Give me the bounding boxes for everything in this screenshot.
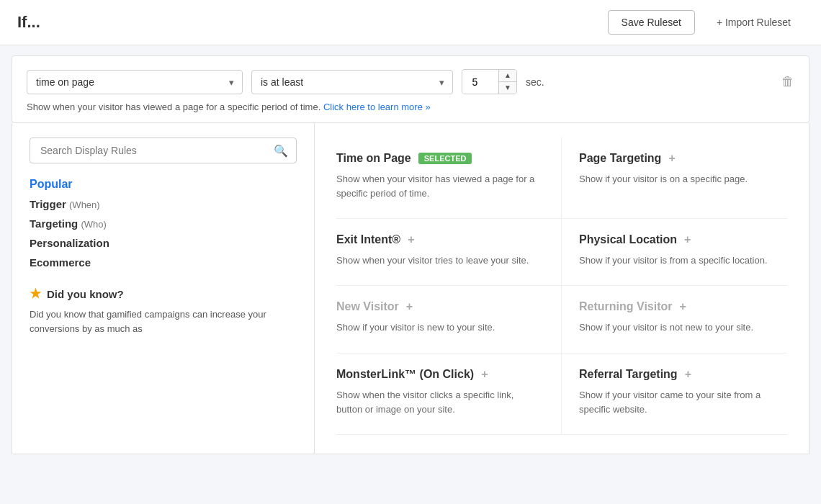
rule-card-header: Physical Location +: [579, 233, 787, 246]
popular-label: Popular: [30, 178, 297, 191]
rule-card: MonsterLink™ (On Click) + Show when the …: [336, 354, 562, 435]
rule-card-title: New Visitor: [336, 300, 399, 313]
rule-hint: Show when your visitor has viewed a page…: [27, 102, 794, 112]
sidebar-popular-section: Popular Trigger (When) Targeting (Who) P…: [30, 178, 297, 269]
dyk-text: Did you know that gamified campaigns can…: [30, 307, 297, 336]
rule-card-title: Exit Intent®: [336, 233, 400, 246]
rule-card-desc: Show when your visitor tries to leave yo…: [336, 253, 538, 268]
rule-card-header: MonsterLink™ (On Click) +: [336, 368, 538, 381]
sidebar: 🔍 Popular Trigger (When) Targeting (Who)…: [12, 123, 315, 454]
rule-row-container: time on page scroll depth exit intent cl…: [12, 55, 809, 123]
rule-card-title: Returning Visitor: [579, 300, 673, 313]
add-rule-icon[interactable]: +: [481, 368, 488, 381]
delete-rule-icon[interactable]: 🗑: [781, 74, 794, 89]
rule-card-header: Page Targeting +: [579, 152, 787, 165]
star-icon: ★: [30, 286, 41, 302]
rule-card-desc: Show if your visitor is from a specific …: [579, 253, 787, 268]
header-actions: Save Ruleset + Import Ruleset: [608, 10, 804, 35]
rule-card-title: Time on Page: [336, 152, 411, 165]
stepper-up[interactable]: ▲: [498, 70, 516, 82]
page-title: If...: [17, 13, 40, 32]
rule-card-title: Physical Location: [579, 233, 677, 246]
rule-card: Physical Location + Show if your visitor…: [562, 219, 787, 286]
rule-row: time on page scroll depth exit intent cl…: [27, 69, 794, 94]
rule-card-desc: Show if your visitor is on a specific pa…: [579, 172, 787, 186]
rule-card: Time on Page SELECTED Show when your vis…: [336, 138, 562, 219]
rule-card-desc: Show when the visitor clicks a specific …: [336, 388, 538, 417]
import-ruleset-button[interactable]: + Import Ruleset: [704, 10, 804, 35]
number-input[interactable]: [462, 71, 498, 94]
search-input[interactable]: [30, 138, 297, 163]
sidebar-item-ecommerce[interactable]: Ecommerce: [30, 256, 297, 269]
add-rule-icon[interactable]: +: [685, 368, 691, 381]
condition-dropdown[interactable]: time on page scroll depth exit intent cl…: [27, 70, 243, 94]
sidebar-item-personalization[interactable]: Personalization: [30, 237, 297, 249]
operator-dropdown[interactable]: is at least is less than is exactly: [251, 70, 453, 94]
save-ruleset-button[interactable]: Save Ruleset: [608, 10, 695, 35]
learn-more-link[interactable]: Click here to learn more »: [323, 102, 431, 112]
search-wrap: 🔍: [30, 138, 297, 163]
rule-card-header: Returning Visitor +: [579, 300, 787, 313]
sidebar-item-targeting[interactable]: Targeting (Who): [30, 217, 297, 230]
rule-card-desc: Show if your visitor is new to your site…: [336, 320, 538, 335]
rule-card-desc: Show if your visitor came to your site f…: [579, 388, 787, 417]
rule-card-header: Exit Intent® +: [336, 233, 538, 246]
rule-card-title: Page Targeting: [579, 152, 661, 165]
number-input-wrap: ▲ ▼: [462, 69, 517, 94]
rules-grid: Time on Page SELECTED Show when your vis…: [336, 138, 787, 435]
rule-card: Referral Targeting + Show if your visito…: [562, 354, 787, 435]
rule-card-desc: Show if your visitor is not new to your …: [579, 320, 787, 335]
rule-card-header: New Visitor +: [336, 300, 538, 313]
stepper: ▲ ▼: [498, 70, 516, 94]
top-bar: If... Save Ruleset + Import Ruleset: [0, 0, 821, 45]
sidebar-item-trigger[interactable]: Trigger (When): [30, 198, 297, 210]
rule-card-title: Referral Targeting: [579, 368, 678, 381]
stepper-down[interactable]: ▼: [498, 82, 516, 94]
add-rule-icon[interactable]: +: [680, 300, 686, 313]
operator-dropdown-wrap: is at least is less than is exactly: [251, 70, 453, 94]
add-rule-icon[interactable]: +: [408, 233, 414, 246]
rule-card-header: Referral Targeting +: [579, 368, 787, 381]
rule-card-title: MonsterLink™ (On Click): [336, 368, 474, 381]
did-you-know-section: ★ Did you know? Did you know that gamifi…: [30, 286, 297, 336]
add-rule-icon[interactable]: +: [684, 233, 691, 246]
unit-label: sec.: [526, 76, 544, 88]
rule-card: Exit Intent® + Show when your visitor tr…: [336, 219, 562, 286]
dyk-header: ★ Did you know?: [30, 286, 297, 302]
selected-badge: SELECTED: [418, 153, 472, 164]
content-panel: Time on Page SELECTED Show when your vis…: [315, 123, 809, 454]
rule-card: New Visitor + Show if your visitor is ne…: [336, 286, 562, 353]
rule-card-desc: Show when your visitor has viewed a page…: [336, 172, 538, 201]
add-rule-icon[interactable]: +: [406, 300, 413, 313]
main-body: 🔍 Popular Trigger (When) Targeting (Who)…: [12, 123, 809, 454]
rule-card: Page Targeting + Show if your visitor is…: [562, 138, 787, 219]
rule-card-header: Time on Page SELECTED: [336, 152, 538, 165]
rule-card: Returning Visitor + Show if your visitor…: [562, 286, 787, 353]
add-rule-icon[interactable]: +: [668, 152, 675, 165]
condition-dropdown-wrap: time on page scroll depth exit intent cl…: [27, 70, 243, 94]
